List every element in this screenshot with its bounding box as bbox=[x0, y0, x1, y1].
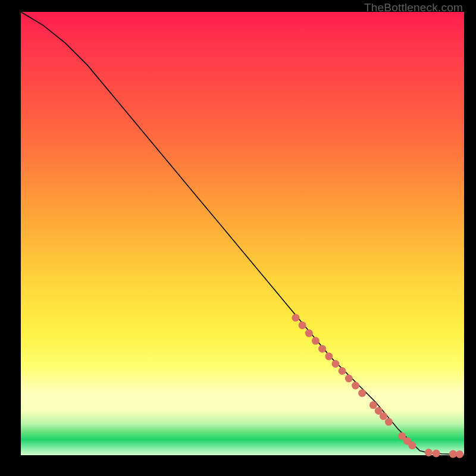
sample-dot bbox=[380, 412, 387, 420]
sample-dot bbox=[305, 330, 313, 337]
sample-dot bbox=[331, 360, 339, 368]
sample-dot bbox=[433, 450, 440, 458]
sample-dot bbox=[425, 449, 433, 456]
sample-dot bbox=[456, 450, 464, 458]
sample-dot bbox=[339, 367, 346, 375]
sample-dot bbox=[292, 314, 299, 322]
curve-svg bbox=[21, 12, 464, 455]
sample-dot bbox=[408, 441, 416, 449]
dots-group bbox=[292, 314, 464, 458]
bottleneck-curve bbox=[21, 12, 464, 455]
sample-dot bbox=[299, 321, 306, 329]
sample-dot bbox=[449, 450, 457, 458]
sample-dot bbox=[385, 418, 393, 426]
plot-area bbox=[21, 12, 464, 455]
sample-dot bbox=[369, 401, 377, 409]
sample-dot bbox=[318, 345, 326, 353]
sample-dot bbox=[325, 352, 333, 360]
chart-frame: TheBottleneck.com bbox=[0, 0, 476, 476]
sample-dot bbox=[352, 382, 359, 390]
sample-dot bbox=[312, 337, 320, 345]
sample-dot bbox=[345, 375, 353, 383]
sample-dot bbox=[358, 389, 366, 397]
